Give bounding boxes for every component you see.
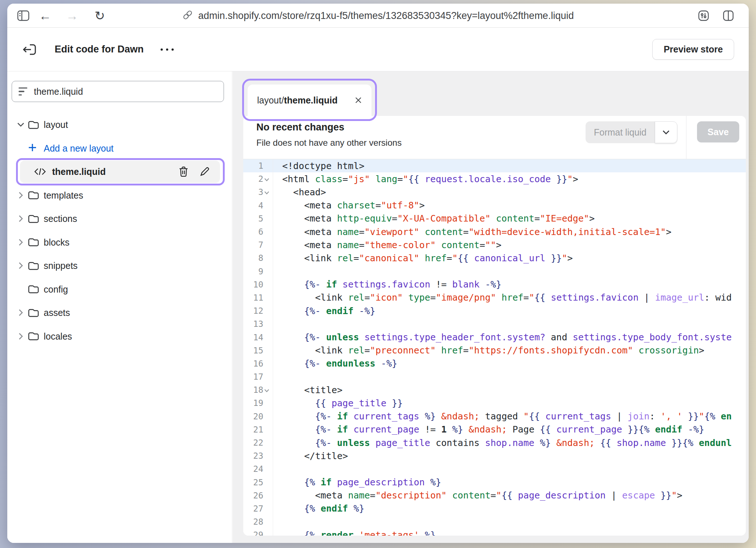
folder-icon [28,308,39,318]
code-line[interactable]: 1<!doctype html> [243,159,746,172]
code-line[interactable]: 20 {%- if current_tags %} &ndash; tagged… [243,410,746,423]
code-line[interactable]: 12 {%- endif -%} [243,304,746,317]
tree-item-label: layout [44,120,68,130]
code-line[interactable]: 5 <meta http-equiv="X-UA-Compatible" con… [243,212,746,225]
code-text: <!doctype html> [273,161,365,171]
code-line[interactable]: 28 [243,515,746,528]
rename-file-icon[interactable] [200,167,210,177]
folder-icon [28,120,39,130]
line-number: 6 [243,227,273,236]
code-line[interactable]: 18 <title> [243,383,746,396]
line-number: 27 [243,504,273,513]
file-tree: layoutAdd a new layouttheme.liquidtempla… [7,113,232,348]
chevron-right-icon[interactable] [16,238,25,247]
tree-item-add-a-new-layout[interactable]: Add a new layout [7,137,232,160]
line-number: 19 [243,398,273,408]
tree-item-layout[interactable]: layout [7,113,232,137]
file-sidebar: layoutAdd a new layouttheme.liquidtempla… [7,71,232,543]
line-number: 13 [243,319,273,329]
preview-store-button[interactable]: Preview store [652,39,734,60]
code-line[interactable]: 11 <link rel="icon" type="image/png" hre… [243,291,746,304]
code-line[interactable]: 10 {%- if settings.favicon != blank -%} [243,278,746,291]
save-button[interactable]: Save [697,121,739,142]
tree-item-assets[interactable]: assets [7,301,232,325]
file-name-label: theme.liquid [52,167,106,177]
page-title: Edit code for Dawn [55,44,144,55]
tree-item-templates[interactable]: templates [7,184,232,207]
file-search-box[interactable] [12,81,224,102]
code-line[interactable]: 8 <link rel="canonical" href="{{ canonic… [243,251,746,265]
code-line[interactable]: 25 {% if page_description %} [243,476,746,489]
format-liquid-dropdown[interactable] [655,121,677,143]
forward-button-icon[interactable]: → [64,8,80,24]
code-line[interactable]: 9 [243,265,746,278]
code-file-icon [34,167,46,176]
open-file-tab[interactable]: layout/theme.liquid [248,85,371,116]
add-layout-link[interactable]: Add a new layout [44,143,114,153]
page-settings-icon[interactable] [696,8,712,24]
code-text: {%- if current_page != 1 %} &ndash; Page… [273,424,704,435]
code-line[interactable]: 14 {%- unless settings.type_header_font.… [243,330,746,344]
line-number: 22 [243,438,273,447]
code-panel: No recent changes File does not have any… [243,116,746,536]
tree-item-sections[interactable]: sections [7,207,232,231]
line-number: 12 [243,306,273,316]
fold-toggle-icon[interactable] [264,389,269,392]
tree-item-blocks[interactable]: blocks [7,231,232,254]
code-text: <meta charset="utf-8"> [273,200,425,211]
code-line[interactable]: 26 <meta name="description" content="{{ … [243,489,746,502]
code-line[interactable]: 21 {%- if current_page != 1 %} &ndash; P… [243,423,746,436]
tree-item-snippets[interactable]: snippets [7,254,232,278]
code-line[interactable]: 13 [243,317,746,330]
code-line[interactable]: 17 [243,370,746,383]
version-status-subtitle: File does not have any other versions [256,138,402,148]
fold-toggle-icon[interactable] [264,178,269,181]
code-line[interactable]: 4 <meta charset="utf-8"> [243,199,746,212]
code-line[interactable]: 7 <meta name="theme-color" content=""> [243,238,746,251]
code-text: <meta http-equiv="X-UA-Compatible" conte… [273,213,595,224]
chevron-right-icon[interactable] [16,261,25,270]
code-text: <link rel="icon" type="image/png" href="… [273,292,732,303]
code-line[interactable]: 29 {% render 'meta-tags' %} [243,528,746,536]
selected-file-row[interactable]: theme.liquid [20,161,220,183]
format-liquid-button[interactable]: Format liquid [586,121,655,143]
code-editor[interactable]: 1<!doctype html>2<html class="js" lang="… [243,159,746,536]
tree-item-config[interactable]: config [7,278,232,301]
chevron-right-icon[interactable] [16,308,25,317]
code-text: <html class="js" lang="{{ request.locale… [273,174,578,184]
code-line[interactable]: 19 {{ page_title }} [243,396,746,410]
line-number: 7 [243,240,273,250]
fold-toggle-icon[interactable] [264,191,269,195]
exit-editor-icon[interactable] [20,41,38,58]
reload-icon[interactable]: ↻ [92,8,108,24]
code-line[interactable]: 24 [243,462,746,475]
more-menu-icon[interactable] [161,48,174,51]
line-number: 14 [243,333,273,342]
folder-icon [28,261,39,271]
code-line[interactable]: 16 {%- endunless -%} [243,357,746,370]
tree-item-theme.liquid[interactable]: theme.liquid [7,160,232,184]
code-text: {%- if settings.favicon != blank -%} [273,279,501,290]
file-search-input[interactable] [33,86,197,97]
chevron-right-icon[interactable] [16,191,25,200]
code-line[interactable]: 27 {% endif %} [243,502,746,515]
chevron-right-icon[interactable] [16,332,25,341]
back-button-icon[interactable]: ← [37,8,53,24]
chevron-right-icon[interactable] [16,214,25,223]
delete-file-icon[interactable] [178,166,189,177]
code-line[interactable]: 22 {%- unless page_title contains shop.n… [243,436,746,449]
split-view-icon[interactable] [720,8,736,24]
chevron-down-icon[interactable] [16,120,25,129]
code-line[interactable]: 15 <link rel="preconnect" href="https://… [243,344,746,357]
code-line[interactable]: 3 <head> [243,185,746,199]
tree-item-locales[interactable]: locales [7,325,232,348]
line-number: 28 [243,517,273,527]
code-line[interactable]: 2<html class="js" lang="{{ request.local… [243,172,746,185]
sidebar-toggle-icon[interactable] [15,8,31,24]
code-line[interactable]: 23 </title> [243,449,746,462]
line-number: 1 [243,161,273,171]
address-bar[interactable]: admin.shopify.com/store/rzq1xu-f5/themes… [182,4,574,28]
code-line[interactable]: 6 <meta name="viewport" content="width=d… [243,225,746,238]
close-tab-icon[interactable] [355,97,362,104]
app-header: Edit code for Dawn Preview store [7,28,749,71]
